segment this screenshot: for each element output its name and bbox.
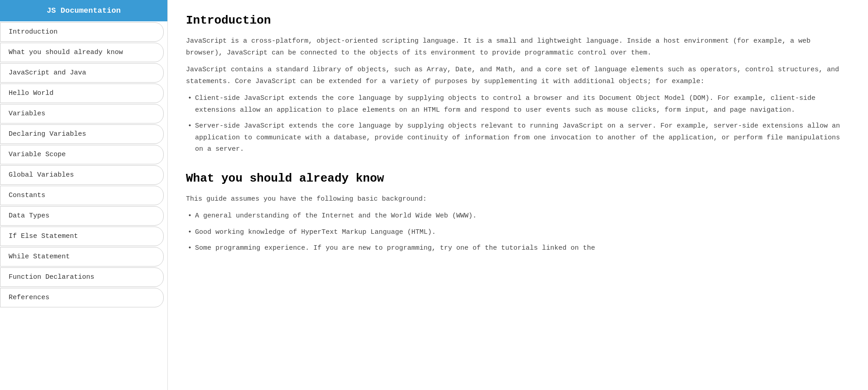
sidebar-item-function-declarations[interactable]: Function Declarations xyxy=(0,267,164,287)
content-paragraph: JavaScript contains a standard library o… xyxy=(186,64,850,87)
bullet-item: Server-side JavaScript extends the core … xyxy=(186,120,850,155)
bullet-item: Some programming experience. If you are … xyxy=(186,242,850,254)
section-title-what-you-should-know: What you should already know xyxy=(186,172,850,185)
sidebar-item-references[interactable]: References xyxy=(0,288,164,307)
sidebar-header: JS Documentation xyxy=(0,0,167,21)
bullet-item: A general understanding of the Internet … xyxy=(186,210,850,222)
sidebar-item-variables[interactable]: Variables xyxy=(0,104,164,123)
sidebar-item-javascript-and-java[interactable]: JavaScript and Java xyxy=(0,63,164,83)
content-paragraph: JavaScript is a cross-platform, object-o… xyxy=(186,35,850,59)
sidebar: JS Documentation IntroductionWhat you sh… xyxy=(0,0,168,390)
sidebar-item-what-you-should-know[interactable]: What you should already know xyxy=(0,43,164,62)
main-content: IntroductionJavaScript is a cross-platfo… xyxy=(168,0,868,390)
sections-container: IntroductionJavaScript is a cross-platfo… xyxy=(186,14,850,254)
sidebar-item-if-else-statement[interactable]: If Else Statement xyxy=(0,227,164,246)
nav-list: IntroductionWhat you should already know… xyxy=(0,21,167,308)
bullet-item: Client-side JavaScript extends the core … xyxy=(186,93,850,116)
sidebar-item-variable-scope[interactable]: Variable Scope xyxy=(0,145,164,164)
content-paragraph: This guide assumes you have the followin… xyxy=(186,193,850,205)
sidebar-item-declaring-variables[interactable]: Declaring Variables xyxy=(0,124,164,144)
section-title-introduction: Introduction xyxy=(186,14,850,27)
content-bullets-introduction: Client-side JavaScript extends the core … xyxy=(186,93,850,155)
sidebar-item-global-variables[interactable]: Global Variables xyxy=(0,165,164,185)
content-bullets-what-you-should-know: A general understanding of the Internet … xyxy=(186,210,850,254)
bullet-item: Good working knowledge of HyperText Mark… xyxy=(186,227,850,238)
sidebar-item-hello-world[interactable]: Hello World xyxy=(0,84,164,103)
sidebar-item-constants[interactable]: Constants xyxy=(0,186,164,205)
sidebar-item-introduction[interactable]: Introduction xyxy=(0,22,164,42)
sidebar-item-while-statement[interactable]: While Statement xyxy=(0,247,164,267)
sidebar-item-data-types[interactable]: Data Types xyxy=(0,206,164,226)
